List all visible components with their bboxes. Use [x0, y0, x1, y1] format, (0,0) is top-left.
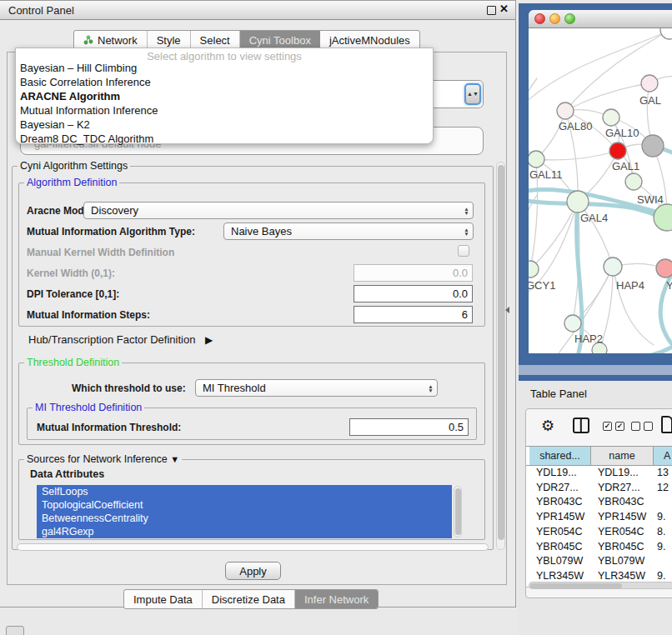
checked-pair-icon[interactable]: ✓✓	[603, 422, 624, 431]
table-cell: 9.	[657, 540, 672, 555]
gear-icon[interactable]: ⚙	[541, 417, 554, 435]
manual-kernel-width-checkbox[interactable]	[458, 245, 469, 257]
mi-threshold-input[interactable]: 0.5	[349, 418, 469, 436]
network-node[interactable]	[654, 204, 672, 231]
column-header-name[interactable]: name	[591, 447, 654, 465]
network-node-hap4[interactable]	[604, 258, 622, 276]
table-hscrollbar[interactable]	[529, 582, 672, 589]
hub-tf-definition-toggle[interactable]: Hub/Transcription Factor Definition ▶	[28, 333, 213, 346]
which-threshold-combo[interactable]: MI Threshold ▲▼	[195, 379, 438, 397]
table-row[interactable]: YER054CYER054C8.	[526, 525, 672, 540]
page-icon[interactable]	[661, 416, 672, 433]
mi-steps-input[interactable]: 6	[354, 306, 473, 323]
control-panel-titlebar[interactable]: Control Panel ✕	[0, 1, 515, 20]
table-row[interactable]: YDR27...YDR27...12	[526, 481, 672, 496]
network-node-gal[interactable]	[641, 75, 658, 92]
attributes-scrollbar-track[interactable]	[454, 486, 462, 538]
table-cell: YDR27...	[536, 481, 598, 496]
tab-impute-data[interactable]: Impute Data	[124, 590, 203, 608]
table-cell: 12	[657, 481, 672, 496]
table-row[interactable]: YBL079WYBL079W	[526, 554, 672, 569]
network-node-gcy1[interactable]	[529, 261, 539, 278]
algorithm-option[interactable]: Mutual Information Inference	[18, 103, 430, 118]
table-row[interactable]: YBR045CYBR045C9.	[526, 540, 672, 555]
network-node[interactable]	[642, 135, 664, 157]
network-window-titlebar[interactable]	[529, 10, 672, 28]
close-traffic-icon[interactable]	[534, 13, 545, 24]
settings-hscrollbar[interactable]	[17, 543, 489, 551]
minimize-traffic-icon[interactable]	[549, 13, 560, 24]
settings-scrollbar-track[interactable]	[496, 162, 505, 550]
sources-legend[interactable]: Sources for Network Inference ▼	[24, 453, 182, 465]
tab-select[interactable]: Select	[191, 31, 240, 49]
tab-jactivemnodules[interactable]: jActiveMNodules	[320, 31, 419, 49]
apply-button-label: Apply	[239, 565, 267, 578]
collapse-divider-icon[interactable]	[505, 307, 509, 313]
chevron-updown-icon: ▲▼	[460, 207, 473, 215]
mi-algorithm-type-combo[interactable]: Naive Bayes ▲▼	[223, 222, 474, 240]
attribute-item[interactable]: gal4RGexp	[37, 525, 452, 538]
column-header-A[interactable]: A	[654, 447, 672, 465]
table-row[interactable]: YBR043CYBR043C	[526, 495, 672, 510]
table-header-row: shared...nameA	[526, 447, 672, 466]
table-cell: 9.	[657, 510, 672, 525]
network-node-gal10[interactable]	[603, 109, 619, 126]
network-node[interactable]	[660, 28, 672, 39]
algorithm-option[interactable]: Basic Correlation Inference	[18, 75, 430, 89]
column-header-shared[interactable]: shared...	[529, 447, 591, 465]
table-cell: YDL19...	[536, 466, 598, 481]
table-hscrollbar-thumb[interactable]	[530, 583, 622, 588]
close-icon[interactable]: ✕	[499, 2, 509, 15]
node-table[interactable]: shared...nameA YDL19...YDL19...13YDR27..…	[526, 446, 672, 588]
algorithm-option[interactable]: Bayesian – Hill Climbing	[18, 61, 430, 75]
network-node-swi4[interactable]	[625, 173, 642, 190]
network-node-y[interactable]	[656, 259, 672, 278]
attribute-item[interactable]: SelfLoops	[37, 485, 452, 498]
network-canvas[interactable]: GALGAL80GAL10GAL1SWI4GAL11GAL4GCY1HAP4YH…	[529, 28, 672, 353]
kernel-width-input[interactable]: 0.0	[354, 264, 473, 282]
zoom-traffic-icon[interactable]	[564, 13, 575, 24]
split-columns-icon[interactable]	[573, 418, 589, 433]
table-cell: YBL079W	[536, 554, 598, 569]
tab-style[interactable]: Style	[148, 31, 191, 49]
attributes-scrollbar-thumb[interactable]	[455, 488, 461, 535]
aracne-mode-value: Discovery	[84, 204, 460, 217]
hub-tf-definition-label: Hub/Transcription Factor Definition	[28, 333, 195, 346]
network-edge-thick	[612, 337, 672, 353]
table-row[interactable]: YLR345WYLR345W9.	[526, 569, 672, 581]
partial-bottom-button[interactable]	[6, 626, 24, 635]
apply-button[interactable]: Apply	[225, 562, 281, 580]
network-node-gal4[interactable]	[567, 191, 589, 212]
table-cell: 13	[657, 466, 672, 481]
algorithm-option[interactable]: Dream8 DC_TDC Algorithm	[18, 132, 430, 146]
table-cell: YER054C	[536, 525, 598, 540]
float-window-icon[interactable]	[487, 6, 496, 15]
network-node-gal11[interactable]	[529, 151, 544, 168]
table-cell: YLR345W	[536, 569, 598, 581]
chevron-updown-icon: ▲▼	[460, 228, 473, 236]
settings-scrollbar-thumb[interactable]	[498, 165, 504, 540]
table-row[interactable]: YDL19...YDL19...13	[526, 466, 672, 481]
dpi-tolerance-input[interactable]: 0.0	[354, 285, 473, 302]
tab-network[interactable]: Network	[74, 31, 148, 49]
tab-label: jActiveMNodules	[329, 34, 410, 47]
tab-discretize-data[interactable]: Discretize Data	[203, 590, 295, 608]
data-attributes-list[interactable]: SelfLoopsTopologicalCoefficientBetweenne…	[37, 485, 452, 538]
attribute-item[interactable]: BetweennessCentrality	[37, 512, 452, 525]
algorithm-option[interactable]: Bayesian – K2	[18, 118, 430, 132]
attribute-item[interactable]: TopologicalCoefficient	[37, 498, 452, 512]
chevron-down-icon: ▼	[170, 454, 179, 464]
combo-spinner-focused[interactable]: ▲▼	[464, 83, 481, 105]
screen: { "window": { "title": "Control Panel" }…	[0, 0, 672, 635]
network-node-hap2[interactable]	[564, 315, 581, 332]
network-node-gal80[interactable]	[557, 102, 574, 119]
tab-cyni-toolbox[interactable]: Cyni Toolbox	[240, 31, 320, 49]
algorithm-option[interactable]: ARACNE Algorithm	[18, 89, 430, 103]
algorithm-dropdown-popup: Select algorithm to view settings Bayesi…	[15, 48, 434, 144]
table-row[interactable]: YPR145WYPR145W9.	[526, 510, 672, 525]
aracne-mode-combo[interactable]: Discovery ▲▼	[83, 202, 474, 219]
dpi-tolerance-label: DPI Tolerance [0,1]:	[27, 288, 119, 300]
unchecked-pair-icon[interactable]	[631, 422, 653, 431]
tab-infer-network[interactable]: Infer Network	[295, 590, 378, 608]
network-node-gal1[interactable]	[609, 142, 626, 159]
